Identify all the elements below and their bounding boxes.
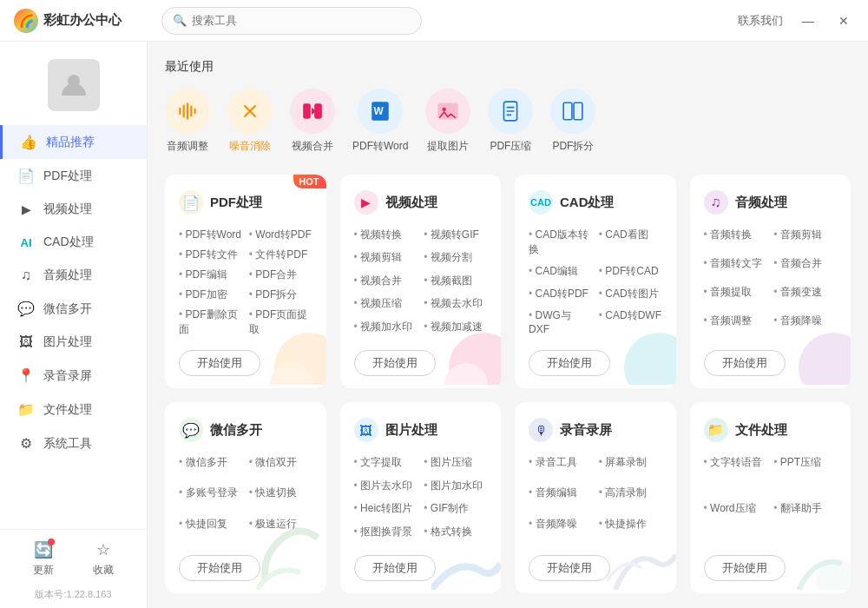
sidebar-item-video[interactable]: ▶ 视频处理: [0, 193, 147, 226]
sidebar-item-record[interactable]: 📍 录音录屏: [0, 359, 147, 393]
feature-image-0: 文字提取: [354, 454, 418, 474]
feature-pdf-2: PDF转文件: [179, 247, 242, 263]
video-icon: ▶: [17, 202, 35, 216]
sidebar-label-video: 视频处理: [43, 202, 92, 217]
update-button[interactable]: 🔄 更新: [33, 540, 54, 578]
recent-tool-label-3: PDF转Word: [352, 139, 408, 154]
update-label: 更新: [33, 563, 54, 578]
recent-tool-noise[interactable]: 噪音消除: [227, 89, 273, 154]
feature-wechat-5: 极速运行: [249, 516, 312, 543]
recent-tool-label-2: 视频合并: [292, 139, 333, 154]
card-record: 🎙 录音录屏 录音工具 屏幕录制 音频编辑 高清录制 音频降噪 快捷操作 开始使…: [515, 402, 676, 593]
recent-section-title: 最近使用: [165, 59, 851, 75]
feature-file-3: 翻译助手: [773, 500, 837, 543]
search-icon: 🔍: [173, 14, 187, 27]
card-features-video: 视频转换 视频转GIF 视频剪辑 视频分割 视频合并 视频截图 视频压缩 视频去…: [354, 227, 488, 338]
card-header-record: 🎙 录音录屏: [529, 418, 662, 442]
feature-pdf-9: PDF页面提取: [249, 307, 312, 338]
svg-rect-1: [179, 108, 181, 116]
file-icon: 📁: [17, 401, 35, 418]
sidebar-label-record: 录音录屏: [43, 368, 92, 384]
card-icon-audio: ♫: [704, 190, 728, 215]
start-btn-wechat[interactable]: 开始使用: [179, 555, 260, 581]
feature-wechat-3: 快速切换: [249, 485, 312, 512]
minimize-button[interactable]: —: [797, 12, 819, 30]
card-cad: CAD CAD处理 CAD版本转换 CAD看图 CAD编辑 PDF转CAD CA…: [515, 175, 676, 388]
feature-image-3: 图片加水印: [424, 478, 487, 498]
card-pdf: HOT 📄 PDF处理 PDF转Word Word转PDF PDF转文件 文件转…: [165, 175, 326, 388]
feature-cad-1: CAD看图: [599, 227, 662, 260]
recent-tool-pdf-compress[interactable]: PDF压缩: [488, 89, 533, 154]
recent-tool-icon-4: [425, 89, 470, 134]
svg-rect-4: [190, 106, 192, 117]
recent-tool-label-1: 噪音消除: [229, 139, 271, 154]
recent-tool-icon-2: [290, 89, 335, 134]
start-btn-pdf[interactable]: 开始使用: [179, 350, 260, 376]
system-icon: ⚙: [17, 435, 35, 452]
recent-tool-audio-adjust[interactable]: 音频调整: [165, 89, 210, 154]
svg-point-20: [449, 333, 501, 385]
feature-audio-0: 音频转换: [704, 227, 767, 252]
feature-video-5: 视频截图: [424, 273, 487, 292]
contact-link[interactable]: 联系我们: [738, 13, 783, 29]
close-button[interactable]: ✕: [833, 12, 854, 30]
card-title-wechat: 微信多开: [210, 422, 262, 439]
sidebar-item-wechat[interactable]: 💬 微信多开: [0, 292, 147, 326]
search-bar[interactable]: 🔍: [161, 7, 422, 35]
start-btn-cad[interactable]: 开始使用: [529, 350, 610, 376]
sidebar: 👍 精品推荐 📄 PDF处理 ▶ 视频处理 AI CAD处理 ♫ 音频处理 💬: [0, 42, 148, 608]
sidebar-item-featured[interactable]: 👍 精品推荐: [0, 125, 147, 159]
feature-pdf-6: PDF加密: [179, 287, 242, 303]
image-icon: 🖼: [17, 334, 35, 350]
start-btn-image[interactable]: 开始使用: [354, 555, 436, 581]
sidebar-item-audio[interactable]: ♫ 音频处理: [0, 259, 147, 292]
card-icon-wechat: 💬: [179, 418, 203, 442]
feature-wechat-4: 快捷回复: [179, 516, 242, 543]
card-features-file: 文字转语音 PPT压缩 Word压缩 翻译助手: [704, 454, 838, 543]
search-input[interactable]: [192, 14, 411, 27]
feature-cad-0: CAD版本转换: [529, 227, 592, 260]
card-title-video: 视频处理: [385, 195, 437, 211]
thumb-icon: 👍: [20, 134, 37, 150]
card-deco-cad: [607, 333, 676, 388]
card-icon-record: 🎙: [529, 418, 553, 442]
card-icon-video: ▶: [354, 190, 378, 215]
card-image: 🖼 图片处理 文字提取 图片压缩 图片去水印 图片加水印 Heic转图片 GIF…: [340, 402, 502, 593]
start-btn-audio[interactable]: 开始使用: [704, 350, 786, 376]
feature-audio-3: 音频合并: [773, 255, 837, 281]
collect-button[interactable]: ☆ 收藏: [93, 540, 114, 578]
feature-audio-1: 音频剪辑: [773, 227, 837, 252]
card-icon-cad: CAD: [529, 190, 553, 215]
card-title-record: 录音录屏: [560, 422, 612, 439]
hot-badge-pdf: HOT: [293, 175, 326, 188]
card-header-image: 🖼 图片处理: [354, 418, 488, 442]
recent-tool-pdf-word[interactable]: W PDF转Word: [352, 89, 408, 154]
feature-record-2: 音频编辑: [529, 485, 592, 512]
sidebar-item-file[interactable]: 📁 文件处理: [0, 393, 147, 426]
recent-tool-label-6: PDF拆分: [552, 139, 594, 154]
recent-tool-video-merge[interactable]: 视频合并: [290, 89, 335, 154]
start-btn-file[interactable]: 开始使用: [704, 555, 786, 581]
recent-tool-pdf-split[interactable]: PDF拆分: [550, 89, 595, 154]
feature-cad-5: CAD转图片: [599, 286, 662, 304]
svg-rect-5: [194, 109, 196, 115]
sidebar-item-cad[interactable]: AI CAD处理: [0, 226, 147, 259]
feature-cad-2: CAD编辑: [529, 263, 592, 281]
start-btn-record[interactable]: 开始使用: [529, 555, 610, 581]
sidebar-label-featured: 精品推荐: [46, 135, 95, 150]
feature-pdf-3: 文件转PDF: [249, 247, 312, 263]
sidebar-item-pdf[interactable]: 📄 PDF处理: [0, 159, 147, 193]
svg-rect-8: [303, 103, 311, 118]
feature-video-7: 视频去水印: [424, 295, 487, 314]
recent-tool-extract-image[interactable]: 提取图片: [425, 89, 470, 154]
svg-rect-17: [575, 102, 583, 120]
recent-tool-label-5: PDF压缩: [490, 139, 531, 154]
sidebar-item-system[interactable]: ⚙ 系统工具: [0, 426, 147, 460]
card-header-audio: ♫ 音频处理: [704, 190, 838, 215]
feature-record-5: 快捷操作: [599, 516, 662, 543]
card-wechat: 💬 微信多开 微信多开 微信双开 多账号登录 快速切换 快捷回复 极速运行 开始…: [165, 402, 326, 593]
feature-audio-2: 音频转文字: [704, 255, 767, 281]
sidebar-item-image[interactable]: 🖼 图片处理: [0, 326, 147, 359]
start-btn-video[interactable]: 开始使用: [354, 350, 436, 376]
feature-audio-5: 音频变速: [773, 284, 837, 309]
